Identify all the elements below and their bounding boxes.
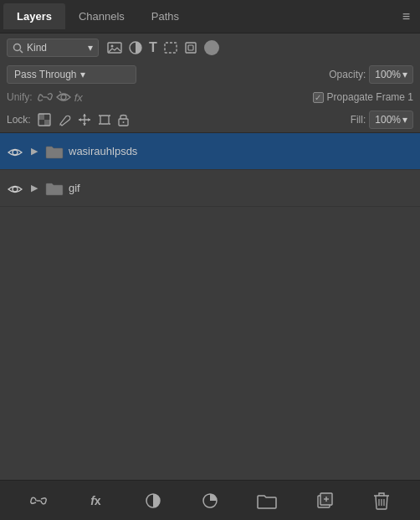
lock-label: Lock: — [7, 114, 31, 126]
svg-point-0 — [14, 44, 21, 50]
svg-rect-6 — [186, 43, 196, 53]
type-filter-icon[interactable]: T — [149, 40, 157, 55]
lock-image-icon[interactable] — [58, 113, 71, 126]
lock-all-icon[interactable] — [118, 113, 129, 126]
svg-line-1 — [20, 50, 23, 53]
unify-visibility-icon[interactable] — [56, 90, 71, 104]
panel-menu-icon[interactable]: ≡ — [396, 6, 417, 28]
delete-layer-button[interactable] — [370, 489, 393, 512]
lock-transparency-icon[interactable] — [38, 113, 51, 126]
fill-input[interactable]: 100% ▾ — [369, 111, 413, 129]
new-fill-layer-button[interactable] — [141, 489, 165, 512]
adjustment-filter-icon[interactable] — [129, 41, 142, 54]
svg-rect-13 — [44, 120, 50, 126]
layer-item[interactable]: ▶ wasirauhlpsds — [0, 133, 420, 170]
new-group-button[interactable] — [255, 489, 279, 512]
fill-arrow: ▾ — [402, 114, 407, 126]
kind-dropdown[interactable]: Kind ▾ — [7, 39, 99, 57]
layer-folder-icon — [45, 142, 64, 160]
tab-paths[interactable]: Paths — [138, 3, 192, 29]
tab-bar: Layers Channels Paths ≡ — [0, 0, 420, 33]
propagate-label: Propagate Frame 1 — [327, 91, 413, 103]
layer-folder-icon — [45, 179, 64, 197]
svg-point-20 — [122, 121, 124, 123]
opacity-value: 100% — [375, 69, 401, 80]
blend-mode-value: Pass Through — [14, 69, 77, 80]
unify-fx-icon[interactable]: fx — [74, 90, 83, 104]
lock-position-icon[interactable] — [78, 113, 91, 126]
kind-label: Kind — [27, 42, 47, 54]
layer-name: wasirauhlpsds — [69, 145, 137, 157]
bottom-toolbar: fx — [0, 480, 420, 520]
search-icon — [13, 43, 23, 54]
layer-visibility-icon[interactable] — [7, 144, 23, 157]
unify-link-icon[interactable] — [38, 90, 53, 104]
link-layers-button[interactable] — [27, 489, 50, 512]
layer-visibility-icon[interactable] — [7, 181, 23, 194]
svg-rect-5 — [165, 43, 177, 53]
svg-point-22 — [13, 187, 18, 192]
layer-name: gif — [69, 182, 80, 194]
unify-icons: fx — [38, 90, 83, 104]
layer-expand-icon[interactable]: ▶ — [28, 146, 40, 157]
propagate-group: ✓ Propagate Frame 1 — [313, 91, 413, 103]
add-fx-button[interactable]: fx — [84, 489, 107, 512]
fill-value: 100% — [375, 114, 401, 126]
image-filter-icon[interactable] — [107, 42, 122, 54]
opacity-arrow: ▾ — [402, 69, 407, 80]
svg-rect-7 — [188, 45, 193, 50]
blend-mode-arrow: ▾ — [80, 69, 85, 80]
new-layer-button[interactable] — [313, 489, 336, 512]
propagate-checkbox[interactable]: ✓ — [313, 92, 324, 103]
layers-panel: Layers Channels Paths ≡ Kind ▾ — [0, 0, 420, 520]
svg-rect-12 — [38, 114, 44, 120]
svg-point-21 — [13, 150, 18, 155]
opacity-input[interactable]: 100% ▾ — [369, 65, 413, 84]
svg-point-9 — [61, 95, 66, 100]
fill-group: Fill: 100% ▾ — [351, 111, 413, 129]
blend-mode-row: Pass Through ▾ Opacity: 100% ▾ — [0, 62, 420, 87]
shape-filter-icon[interactable] — [164, 42, 177, 54]
svg-point-3 — [111, 45, 114, 48]
effect-filter-icon[interactable] — [204, 40, 219, 55]
new-adjustment-button[interactable] — [198, 489, 222, 512]
svg-line-10 — [59, 91, 61, 93]
layers-list: ▶ wasirauhlpsds ▶ gif — [0, 133, 420, 480]
svg-rect-14 — [100, 116, 109, 124]
layer-expand-icon[interactable]: ▶ — [28, 183, 40, 193]
layer-item[interactable]: ▶ gif — [0, 170, 420, 207]
unify-label: Unify: — [7, 91, 33, 103]
tab-channels[interactable]: Channels — [65, 3, 138, 29]
filter-icons: T — [107, 40, 219, 55]
opacity-group: Opacity: 100% ▾ — [329, 65, 413, 84]
lock-row: Lock: — [0, 107, 420, 133]
tab-layers[interactable]: Layers — [3, 3, 65, 29]
fx-x: x — [95, 494, 101, 507]
blend-mode-dropdown[interactable]: Pass Through ▾ — [7, 65, 136, 84]
smartobject-filter-icon[interactable] — [184, 41, 197, 54]
kind-arrow: ▾ — [88, 42, 93, 54]
fill-label: Fill: — [351, 114, 366, 126]
lock-icons — [38, 113, 129, 126]
opacity-label: Opacity: — [329, 69, 366, 80]
kind-row: Kind ▾ T — [0, 33, 420, 62]
lock-artboard-icon[interactable] — [98, 113, 111, 126]
unify-row: Unify: fx — [0, 87, 420, 107]
